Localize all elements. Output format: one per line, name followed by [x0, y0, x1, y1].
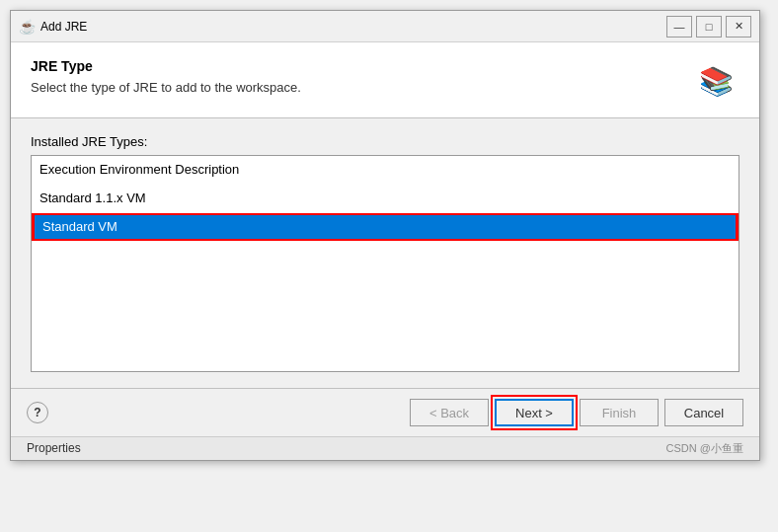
header-section: JRE Type Select the type of JRE to add t…: [11, 42, 759, 118]
list-item-execution-env[interactable]: Execution Environment Description: [32, 156, 739, 185]
footer-buttons: < Back Next > Finish Cancel: [410, 399, 743, 426]
header-content: JRE Type Select the type of JRE to add t…: [31, 58, 692, 95]
dialog-title: Add JRE: [40, 20, 666, 34]
list-item-standard-11x[interactable]: Standard 1.1.x VM: [32, 185, 739, 213]
add-jre-dialog: ☕ Add JRE — □ ✕ JRE Type Select the type…: [10, 10, 760, 461]
footer-left: ?: [27, 402, 48, 423]
header-icon: 📚: [692, 58, 739, 106]
title-bar: ☕ Add JRE — □ ✕: [11, 11, 759, 42]
next-button[interactable]: Next >: [495, 399, 574, 426]
maximize-button[interactable]: □: [696, 16, 722, 38]
window-controls: — □ ✕: [666, 16, 751, 38]
dialog-icon: ☕: [19, 19, 35, 35]
main-content: Installed JRE Types: Execution Environme…: [11, 118, 759, 388]
page-subtitle: Select the type of JRE to add to the wor…: [31, 80, 692, 95]
jre-types-list[interactable]: Execution Environment Description Standa…: [31, 155, 739, 372]
list-item-standard-vm[interactable]: Standard VM: [32, 213, 739, 242]
help-button[interactable]: ?: [27, 402, 48, 423]
cancel-button[interactable]: Cancel: [664, 399, 743, 426]
csdn-watermark: CSDN @小鱼重: [666, 441, 743, 456]
back-button[interactable]: < Back: [410, 399, 489, 426]
dialog-wrapper: ☕ Add JRE — □ ✕ JRE Type Select the type…: [0, 0, 778, 532]
watermark-bar: Properties CSDN @小鱼重: [11, 436, 759, 460]
footer: ? < Back Next > Finish Cancel: [11, 388, 759, 436]
finish-button[interactable]: Finish: [580, 399, 659, 426]
section-label: Installed JRE Types:: [31, 134, 739, 149]
minimize-button[interactable]: —: [666, 16, 692, 38]
properties-tab: Properties: [27, 441, 81, 456]
page-title: JRE Type: [31, 58, 692, 74]
close-button[interactable]: ✕: [726, 16, 751, 38]
